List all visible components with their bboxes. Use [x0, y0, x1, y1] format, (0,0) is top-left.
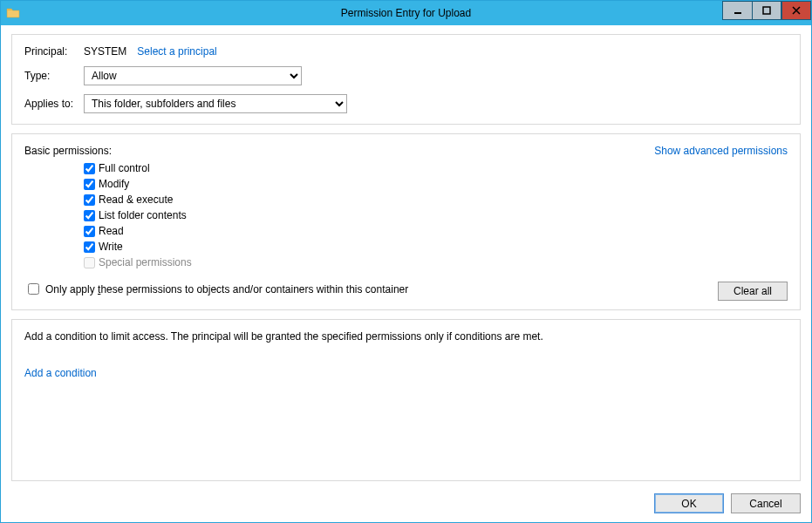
folder-icon [6, 6, 20, 20]
basic-permissions-label: Basic permissions: [24, 145, 112, 157]
permissions-list: Full control Modify Read & execute List … [84, 162, 788, 268]
condition-description: Add a condition to limit access. The pri… [24, 330, 788, 343]
principal-panel: Principal: SYSTEM Select a principal Typ… [11, 34, 801, 125]
permission-modify[interactable]: Modify [84, 178, 788, 190]
permission-full-control[interactable]: Full control [84, 162, 788, 174]
type-select[interactable]: Allow [84, 66, 302, 85]
principal-label: Principal: [24, 45, 84, 58]
only-apply-label: Only apply these permissions to objects … [45, 283, 408, 295]
permissions-panel: Basic permissions: Show advanced permiss… [11, 133, 801, 310]
ok-button[interactable]: OK [654, 493, 724, 513]
condition-panel: Add a condition to limit access. The pri… [11, 319, 801, 481]
client-area: Principal: SYSTEM Select a principal Typ… [1, 25, 811, 488]
permission-full-control-checkbox[interactable] [84, 163, 95, 174]
permission-read-checkbox[interactable] [84, 226, 95, 237]
applies-to-select[interactable]: This folder, subfolders and files [84, 94, 347, 113]
window-title: Permission Entry for Upload [341, 7, 471, 19]
permission-list-folder-checkbox[interactable] [84, 210, 95, 221]
type-label: Type: [24, 70, 84, 82]
permission-write[interactable]: Write [84, 241, 788, 253]
permission-modify-checkbox[interactable] [84, 179, 95, 190]
svg-rect-1 [763, 7, 770, 14]
permission-read-execute[interactable]: Read & execute [84, 194, 788, 206]
svg-rect-0 [734, 12, 741, 14]
permission-read-execute-checkbox[interactable] [84, 194, 95, 206]
clear-all-button[interactable]: Clear all [718, 282, 788, 301]
window-controls [722, 1, 811, 25]
add-condition-link[interactable]: Add a condition [24, 367, 97, 379]
show-advanced-permissions-link[interactable]: Show advanced permissions [654, 145, 788, 157]
permission-special-checkbox [84, 257, 95, 268]
applies-to-label: Applies to: [24, 98, 84, 110]
dialog-footer: OK Cancel [1, 488, 811, 522]
permission-read[interactable]: Read [84, 225, 788, 237]
maximize-button[interactable] [752, 1, 781, 20]
principal-value: SYSTEM [84, 45, 126, 58]
permission-list-folder[interactable]: List folder contents [84, 209, 788, 221]
titlebar: Permission Entry for Upload [1, 1, 811, 25]
close-button[interactable] [781, 1, 811, 20]
permission-entry-window: Permission Entry for Upload Principal: S… [0, 0, 812, 523]
permission-write-checkbox[interactable] [84, 241, 95, 253]
permission-special: Special permissions [84, 256, 788, 268]
only-apply-checkbox[interactable] [28, 283, 39, 295]
minimize-button[interactable] [722, 1, 752, 20]
select-principal-link[interactable]: Select a principal [137, 45, 216, 58]
cancel-button[interactable]: Cancel [731, 493, 801, 513]
